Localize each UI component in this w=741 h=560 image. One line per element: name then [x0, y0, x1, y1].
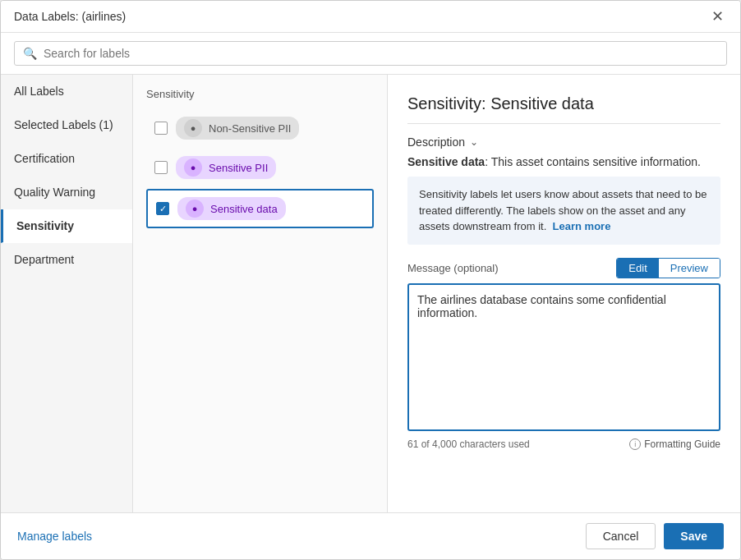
- checkbox-non-sensitive-pii[interactable]: [154, 122, 168, 135]
- description-text: Sensitive data: This asset contains sens…: [407, 155, 720, 168]
- info-box: Sensitivity labels let users know about …: [407, 177, 720, 245]
- modal-footer: Manage labels Cancel Save: [1, 512, 740, 559]
- message-textarea[interactable]: The airlines database contains some conf…: [407, 283, 720, 431]
- label-icon-non-sensitive-pii: ●: [184, 119, 202, 137]
- sidebar-item-selected-labels[interactable]: Selected Labels (1): [1, 108, 132, 142]
- close-button[interactable]: ✕: [708, 9, 727, 24]
- label-item-non-sensitive-pii[interactable]: ● Non-Sensitive PII: [146, 110, 374, 146]
- label-item-sensitive-pii[interactable]: ● Sensitive PII: [146, 149, 374, 186]
- chevron-down-icon[interactable]: ⌄: [470, 136, 478, 148]
- message-footer: 61 of 4,000 characters used i Formatting…: [407, 438, 720, 450]
- search-input[interactable]: [44, 47, 718, 60]
- search-input-wrap: 🔍: [14, 41, 727, 66]
- description-label: Description: [407, 135, 465, 149]
- description-row: Description ⌄: [407, 135, 720, 149]
- sidebar: All Labels Selected Labels (1) Certifica…: [1, 75, 133, 512]
- middle-panel: Sensitivity ● Non-Sensitive PII ● Sensit…: [133, 75, 388, 512]
- message-header: Message (optional) Edit Preview: [407, 258, 720, 278]
- modal: Data Labels: (airlines) ✕ 🔍 All Labels S…: [0, 0, 741, 560]
- middle-panel-title: Sensitivity: [146, 88, 374, 100]
- label-tag-sensitive-pii: ● Sensitive PII: [176, 156, 276, 179]
- tab-preview[interactable]: Preview: [659, 259, 720, 278]
- save-button[interactable]: Save: [664, 523, 724, 549]
- sidebar-item-sensitivity[interactable]: Sensitivity: [1, 209, 132, 243]
- search-icon: 🔍: [23, 47, 37, 60]
- right-panel-title: Sensitivity: Sensitive data: [407, 94, 720, 113]
- label-item-sensitive-data[interactable]: ● Sensitive data: [146, 189, 374, 228]
- tab-edit[interactable]: Edit: [617, 259, 658, 278]
- formatting-guide-link[interactable]: i Formatting Guide: [629, 438, 720, 450]
- message-label: Message (optional): [407, 262, 499, 274]
- manage-labels-link[interactable]: Manage labels: [17, 530, 92, 543]
- modal-title: Data Labels: (airlines): [14, 10, 126, 23]
- char-count: 61 of 4,000 characters used: [407, 438, 530, 450]
- right-panel: Sensitivity: Sensitive data Description …: [388, 75, 740, 512]
- sidebar-item-certification[interactable]: Certification: [1, 142, 132, 176]
- content-area: All Labels Selected Labels (1) Certifica…: [1, 75, 740, 512]
- sidebar-item-all-labels[interactable]: All Labels: [1, 75, 132, 108]
- title-bar: Data Labels: (airlines) ✕: [1, 1, 740, 33]
- learn-more-link[interactable]: Learn more: [553, 220, 611, 232]
- label-tag-non-sensitive-pii: ● Non-Sensitive PII: [176, 117, 299, 140]
- search-bar: 🔍: [1, 33, 740, 75]
- label-icon-sensitive-pii: ●: [184, 158, 202, 177]
- checkbox-sensitive-pii[interactable]: [154, 161, 168, 174]
- divider: [407, 123, 720, 124]
- sidebar-item-quality-warning[interactable]: Quality Warning: [1, 176, 132, 209]
- checkbox-sensitive-data[interactable]: [156, 202, 169, 215]
- label-tag-sensitive-data: ● Sensitive data: [177, 197, 286, 220]
- footer-actions: Cancel Save: [586, 523, 724, 549]
- sidebar-item-department[interactable]: Department: [1, 243, 132, 277]
- tab-group: Edit Preview: [616, 258, 720, 278]
- cancel-button[interactable]: Cancel: [586, 523, 656, 549]
- info-circle-icon: i: [629, 438, 641, 450]
- label-icon-sensitive-data: ●: [186, 200, 204, 218]
